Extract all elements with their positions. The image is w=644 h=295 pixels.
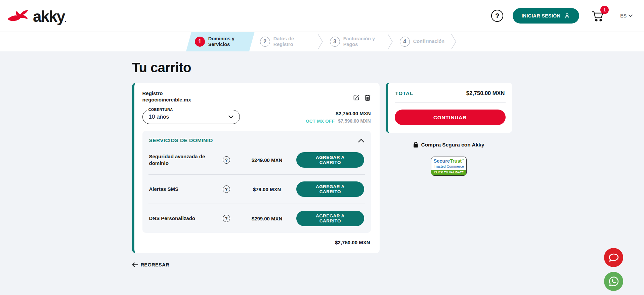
step-dominios-y-servicios[interactable]: 1 Dominios y Servicios xyxy=(186,32,255,51)
service-help-icon[interactable]: ? xyxy=(223,156,230,164)
service-name: Seguridad avanzada de dominio xyxy=(149,153,215,167)
step-label: Dominios y Servicios xyxy=(208,36,246,48)
chevron-down-icon xyxy=(228,115,233,119)
whatsapp-icon xyxy=(608,276,620,288)
back-link-label: REGRESAR xyxy=(141,262,169,267)
securetrust-brand: Secure xyxy=(434,158,450,164)
coverage-select-label: COBERTURA xyxy=(147,108,174,112)
help-icon[interactable]: ? xyxy=(491,10,503,22)
service-help-icon[interactable]: ? xyxy=(223,185,230,193)
step-divider xyxy=(316,32,325,51)
cart-item-card: Registro negocioincreible.mx xyxy=(132,83,380,253)
live-chat-button[interactable] xyxy=(604,248,623,267)
step-label: Datos de Registro xyxy=(273,36,311,48)
step-divider xyxy=(450,32,458,51)
main-content: Tu carrito Registro negocioincreible.mx xyxy=(0,51,644,295)
coverage-select-value: 10 años xyxy=(149,114,169,120)
item-old-price: $7,590.00 MXN xyxy=(338,118,371,124)
step-number: 4 xyxy=(400,37,410,47)
whatsapp-button[interactable] xyxy=(604,272,623,291)
checkout-stepper: 1 Dominios y Servicios 2 Datos de Regist… xyxy=(0,32,644,51)
service-row-alertas-sms: Alertas SMS ? $79.00 MXN AGREGAR A CARRI… xyxy=(148,174,365,204)
securetrust-badge[interactable]: SecureTrust™ Trusted Commerce CLICK TO V… xyxy=(431,157,467,176)
chevron-down-icon xyxy=(629,14,633,17)
domain-services-header[interactable]: SERVICIOS DE DOMINIO xyxy=(148,132,365,145)
item-type: Registro xyxy=(142,90,191,97)
cart-subtotal: $2,750.00 MXN xyxy=(142,233,371,249)
user-icon xyxy=(564,12,570,19)
step-number: 2 xyxy=(260,37,270,47)
service-row-seguridad-avanzada: Seguridad avanzada de dominio ? $249.00 … xyxy=(148,145,365,174)
total-value: $2,750.00 MXN xyxy=(466,90,505,96)
service-name: Alertas SMS xyxy=(149,186,215,193)
step-label: Confirmación xyxy=(413,39,444,44)
delete-item-button[interactable] xyxy=(364,94,371,101)
step-datos-de-registro[interactable]: 2 Datos de Registro xyxy=(255,32,316,51)
add-to-cart-button[interactable]: AGREGAR A CARRITO xyxy=(296,181,364,197)
language-label: ES xyxy=(620,13,627,18)
step-number: 1 xyxy=(195,37,205,47)
cart-count-badge: 1 xyxy=(600,6,609,14)
login-button-label: INICIAR SESIÓN xyxy=(521,13,560,18)
page-title: Tu carrito xyxy=(132,60,512,75)
secure-purchase-line: Compra Segura con Akky xyxy=(386,142,512,148)
edit-icon xyxy=(353,94,360,101)
step-number: 3 xyxy=(330,37,340,47)
continue-button[interactable]: CONTINUAR xyxy=(395,110,506,125)
cart-button[interactable]: 1 xyxy=(591,9,605,23)
domain-services-panel: SERVICIOS DE DOMINIO Seguridad avanzada … xyxy=(142,131,371,233)
item-domain: negocioincreible.mx xyxy=(142,97,191,102)
edit-item-button[interactable] xyxy=(353,94,360,101)
rabbit-logo-icon xyxy=(7,8,31,24)
item-price-block: $2,750.00 MXN OCT MX OFF $7,590.00 MXN xyxy=(306,110,371,124)
floating-actions xyxy=(604,248,623,291)
service-price: $299.00 MXN xyxy=(238,216,296,221)
chevron-up-icon[interactable] xyxy=(358,139,364,142)
header-actions: ? INICIAR SESIÓN 1 ES xyxy=(491,8,633,24)
step-divider xyxy=(386,32,394,51)
service-row-dns-personalizado: DNS Personalizado ? $299.00 MXN AGREGAR … xyxy=(148,204,365,233)
login-button[interactable]: INICIAR SESIÓN xyxy=(513,8,579,24)
domain-services-title: SERVICIOS DE DOMINIO xyxy=(149,137,213,143)
service-price: $79.00 MXN xyxy=(238,186,296,192)
add-to-cart-button[interactable]: AGREGAR A CARRITO xyxy=(296,211,364,226)
summary-divider xyxy=(395,102,506,103)
trash-icon xyxy=(364,94,371,101)
coverage-select[interactable]: COBERTURA 10 años xyxy=(142,110,240,124)
step-label: Facturación y Pagos xyxy=(343,36,381,48)
step-facturacion-y-pagos[interactable]: 3 Facturación y Pagos xyxy=(325,32,386,51)
header: akky. ? INICIAR SESIÓN 1 ES xyxy=(0,0,644,32)
service-help-icon[interactable]: ? xyxy=(223,215,230,222)
akky-logo[interactable]: akky. xyxy=(7,8,66,24)
step-confirmacion[interactable]: 4 Confirmación xyxy=(394,32,450,51)
total-label: TOTAL xyxy=(395,90,414,96)
service-price: $249.00 MXN xyxy=(238,157,296,163)
arrow-left-icon xyxy=(132,262,138,267)
service-name: DNS Personalizado xyxy=(149,215,215,222)
securetrust-validate: CLICK TO VALIDATE xyxy=(431,170,466,175)
language-selector[interactable]: ES xyxy=(620,13,633,18)
back-link[interactable]: REGRESAR xyxy=(132,262,169,267)
lock-icon xyxy=(413,142,418,148)
logo-text: akky. xyxy=(33,10,66,24)
order-summary-card: TOTAL $2,750.00 MXN CONTINUAR xyxy=(386,83,512,133)
add-to-cart-button[interactable]: AGREGAR A CARRITO xyxy=(296,152,364,168)
chat-bubble-icon xyxy=(608,253,619,263)
item-price: $2,750.00 MXN xyxy=(306,111,371,116)
secure-purchase-text: Compra Segura con Akky xyxy=(421,142,484,148)
promo-tag: OCT MX OFF xyxy=(306,119,335,124)
securetrust-subtitle: Trusted Commerce xyxy=(431,164,466,170)
cart-item-title: Registro negocioincreible.mx xyxy=(142,90,191,102)
